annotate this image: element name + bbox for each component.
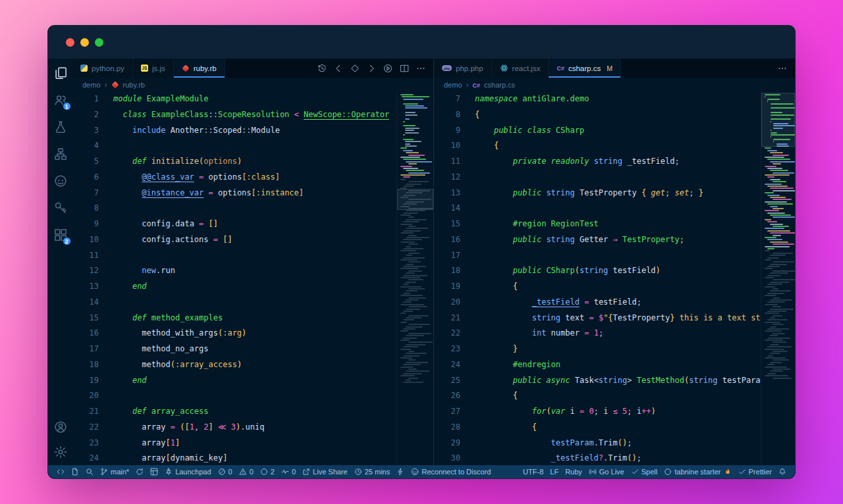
split-icon[interactable] bbox=[400, 64, 409, 73]
breadcrumb-file[interactable]: csharp.cs bbox=[484, 81, 515, 89]
minimap-thumb[interactable] bbox=[397, 189, 433, 210]
zoom-button[interactable] bbox=[95, 38, 103, 47]
status-tabnine-starter[interactable]: tabnine starter bbox=[661, 465, 734, 478]
settings-icon[interactable] bbox=[53, 444, 68, 460]
status-ruby[interactable]: Ruby bbox=[562, 465, 585, 478]
code-line[interactable] bbox=[113, 138, 433, 154]
code-line[interactable]: module ExampleModule bbox=[113, 91, 433, 107]
keys-icon[interactable] bbox=[53, 200, 68, 216]
history-icon[interactable] bbox=[317, 64, 327, 73]
status-search[interactable] bbox=[82, 465, 97, 478]
titlebar[interactable] bbox=[48, 26, 795, 59]
code-line[interactable]: #region RegionTest bbox=[475, 216, 795, 232]
breadcrumb-left[interactable]: demo › ruby.rb bbox=[72, 78, 433, 91]
status-grid[interactable] bbox=[147, 465, 161, 478]
code-line[interactable]: { bbox=[475, 107, 795, 123]
tab-react.jsx[interactable]: react.jsx bbox=[492, 59, 549, 78]
code-line[interactable]: public string Getter ⇒ TestProperty; bbox=[475, 232, 795, 248]
breadcrumb-folder[interactable]: demo bbox=[82, 81, 101, 89]
code-line[interactable]: { bbox=[475, 279, 795, 295]
code-line[interactable]: for(var i = 0; i ≤ 5; i++) bbox=[475, 404, 795, 420]
status-launchpad[interactable]: Launchpad bbox=[161, 465, 214, 478]
code-line[interactable]: public CSharp(string testField) bbox=[475, 263, 795, 279]
run-icon[interactable] bbox=[383, 64, 393, 73]
explorer-icon[interactable] bbox=[53, 65, 68, 81]
code-line[interactable]: testParam.Trim(); bbox=[475, 436, 795, 451]
code-line[interactable]: def array_access bbox=[113, 404, 433, 420]
code-line[interactable]: } bbox=[475, 341, 795, 357]
status-file[interactable] bbox=[68, 465, 82, 478]
code-line[interactable]: array[dynamic_key] bbox=[113, 451, 433, 465]
extensions-icon[interactable]: 2 bbox=[53, 227, 68, 243]
tab-ruby.rb[interactable]: ruby.rb bbox=[174, 59, 225, 78]
minimap-thumb[interactable] bbox=[761, 93, 795, 147]
symbols-icon[interactable] bbox=[53, 146, 68, 162]
code-line[interactable]: string text = $"{TestProperty} this is a… bbox=[475, 311, 795, 326]
code-line[interactable]: public async Task<string> TestMethod(str… bbox=[475, 373, 795, 389]
tab-python.py[interactable]: python.py bbox=[72, 59, 133, 78]
code-line[interactable] bbox=[113, 388, 433, 404]
status-reconnect-to-discord[interactable]: Reconnect to Discord bbox=[408, 465, 494, 478]
code-line[interactable]: method(:array_access) bbox=[113, 357, 433, 373]
code-line[interactable]: include Another::Scoped::Module bbox=[113, 123, 433, 139]
more-icon[interactable] bbox=[416, 64, 425, 73]
code-line[interactable]: _testField = testField; bbox=[475, 295, 795, 311]
code-line[interactable]: namespace antiGlare.demo bbox=[475, 91, 795, 107]
breadcrumb-right[interactable]: demo › C# csharp.cs bbox=[434, 78, 795, 91]
testing-icon[interactable] bbox=[53, 119, 68, 135]
status-bell[interactable] bbox=[775, 465, 790, 478]
close-button[interactable] bbox=[66, 38, 74, 47]
code-line[interactable] bbox=[113, 295, 433, 311]
status-prettier[interactable]: Prettier bbox=[735, 465, 775, 478]
tab-php.php[interactable]: phpphp.php bbox=[434, 59, 492, 78]
code-line[interactable]: int number = 1; bbox=[475, 326, 795, 341]
accounts-icon[interactable]: 1 bbox=[53, 92, 68, 108]
code-line[interactable]: { bbox=[475, 388, 795, 404]
code-line[interactable] bbox=[475, 201, 795, 216]
code-line[interactable] bbox=[475, 248, 795, 264]
status-25-mins[interactable]: 25 mins bbox=[351, 465, 394, 478]
code-line[interactable]: #endregion bbox=[475, 357, 795, 373]
code-line[interactable]: private readonly string _testField; bbox=[475, 154, 795, 170]
forward-icon[interactable] bbox=[367, 64, 376, 73]
status-utf-8[interactable]: UTF-8 bbox=[520, 465, 547, 478]
account-icon[interactable] bbox=[53, 419, 68, 435]
status-go-live[interactable]: Go Live bbox=[585, 465, 628, 478]
code-line[interactable]: { bbox=[475, 420, 795, 436]
minimap[interactable] bbox=[396, 91, 433, 465]
status-bolt[interactable] bbox=[393, 465, 408, 478]
status-sync[interactable] bbox=[132, 465, 147, 478]
status-0[interactable]: 0 bbox=[236, 465, 257, 478]
code-line[interactable]: public class CSharp bbox=[475, 123, 795, 139]
code-line[interactable] bbox=[113, 248, 433, 264]
code-line[interactable]: array = ([1, 2] ≪ 3).uniq bbox=[113, 420, 433, 436]
code-line[interactable]: _testField?.Trim(); bbox=[475, 451, 795, 465]
code-line[interactable]: new.run bbox=[113, 263, 433, 279]
more-icon[interactable] bbox=[778, 64, 787, 73]
status-main-[interactable]: main* bbox=[97, 465, 132, 478]
tab-js.js[interactable]: JSjs.js bbox=[133, 59, 174, 78]
status-live-share[interactable]: Live Share bbox=[299, 465, 351, 478]
breadcrumb-file[interactable]: ruby.rb bbox=[123, 81, 145, 89]
code-line[interactable]: @instance_var = options[:instance] bbox=[113, 186, 433, 201]
code-line[interactable]: @@class_var = options[:class] bbox=[113, 170, 433, 186]
code-line[interactable]: public string TestProperty { get; set; } bbox=[475, 186, 795, 201]
code-line[interactable] bbox=[475, 170, 795, 186]
code-editor-csharp[interactable]: namespace antiGlare.demo{ public class C… bbox=[470, 91, 795, 465]
discord-icon[interactable] bbox=[53, 173, 68, 189]
code-line[interactable]: end bbox=[113, 373, 433, 389]
code-editor-ruby[interactable]: module ExampleModule class ExampleClass:… bbox=[108, 91, 433, 465]
code-line[interactable]: def initialize(options) bbox=[113, 154, 433, 170]
status-2[interactable]: 2 bbox=[257, 465, 278, 478]
code-line[interactable]: config.data = [] bbox=[113, 216, 433, 232]
code-line[interactable]: method_no_args bbox=[113, 341, 433, 357]
breadcrumb-folder[interactable]: demo bbox=[444, 81, 462, 89]
code-line[interactable]: def method_examples bbox=[113, 311, 433, 326]
code-line[interactable]: method_with_args(:arg) bbox=[113, 326, 433, 341]
tab-csharp.cs[interactable]: C#csharp.csM bbox=[549, 59, 620, 78]
code-line[interactable]: end bbox=[113, 279, 433, 295]
code-line[interactable]: config.actions = [] bbox=[113, 232, 433, 248]
code-line[interactable] bbox=[113, 201, 433, 216]
diamond-icon[interactable] bbox=[350, 64, 360, 73]
minimize-button[interactable] bbox=[80, 38, 89, 47]
